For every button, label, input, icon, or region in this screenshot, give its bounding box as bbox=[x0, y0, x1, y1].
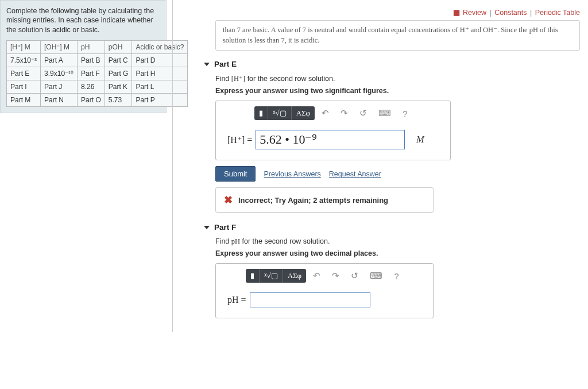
chevron-down-icon bbox=[204, 226, 210, 229]
greek-icon[interactable]: ΑΣφ bbox=[292, 106, 315, 120]
col-ph: pH bbox=[78, 40, 105, 53]
greek-icon[interactable]: ΑΣφ bbox=[283, 269, 306, 283]
sqrt-icon[interactable]: ᵡ√▢ bbox=[268, 106, 292, 120]
reset-icon[interactable]: ↺ bbox=[355, 106, 372, 121]
col-h: [H⁺] M bbox=[7, 40, 41, 53]
redo-icon[interactable]: ↷ bbox=[327, 268, 344, 283]
table-row: 7.5x10⁻³Part APart BPart CPart D bbox=[7, 53, 188, 67]
periodic-link[interactable]: Periodic Table bbox=[535, 9, 580, 17]
part-f-instruction: Express your answer using two decimal pl… bbox=[215, 249, 580, 257]
keyboard-icon[interactable]: ⌨ bbox=[365, 268, 387, 283]
part-e-title: Part E bbox=[214, 60, 237, 68]
undo-icon[interactable]: ↶ bbox=[308, 268, 325, 283]
review-link[interactable]: Review bbox=[463, 9, 486, 17]
redo-icon[interactable]: ↷ bbox=[336, 106, 353, 121]
part-e-header[interactable]: Part E bbox=[204, 60, 580, 68]
top-links: ▮▮ Review | Constants | Periodic Table bbox=[181, 0, 580, 20]
table-row: Part MPart NPart O5.73Part P bbox=[7, 93, 188, 106]
previous-answers-link[interactable]: Previous Answers bbox=[264, 170, 320, 178]
feedback-text: Incorrect; Try Again; 2 attempts remaini… bbox=[238, 196, 388, 205]
col-oh: [OH⁻] M bbox=[41, 40, 78, 53]
hint-box: than 7 are basic. A value of 7 is neutra… bbox=[215, 20, 580, 51]
help-icon[interactable]: ? bbox=[398, 106, 412, 121]
table-row: Part E3.9x10⁻¹⁰Part FPart GPart H bbox=[7, 67, 188, 80]
part-f-title: Part F bbox=[214, 223, 236, 232]
part-e-prompt: Find [H⁺] for the second row solution. bbox=[215, 74, 580, 83]
keyboard-icon[interactable]: ⌨ bbox=[374, 106, 396, 121]
submit-button-e[interactable]: Submit bbox=[215, 166, 256, 182]
unit-e: M bbox=[416, 134, 424, 145]
answer-widget-f: ▮ ᵡ√▢ ΑΣφ ↶ ↷ ↺ ⌨ ? pH = bbox=[215, 263, 434, 318]
answer-input-e[interactable] bbox=[256, 130, 405, 149]
undo-icon[interactable]: ↶ bbox=[317, 106, 334, 121]
instruction-text: Complete the following table by calculat… bbox=[6, 6, 160, 34]
part-f-header[interactable]: Part F bbox=[204, 223, 580, 232]
help-icon[interactable]: ? bbox=[389, 269, 403, 283]
chevron-down-icon bbox=[204, 63, 210, 66]
col-poh: pOH bbox=[105, 40, 132, 53]
feedback-box: ✖ Incorrect; Try Again; 2 attempts remai… bbox=[215, 187, 434, 213]
templates-icon[interactable]: ▮ bbox=[246, 269, 260, 283]
reset-icon[interactable]: ↺ bbox=[346, 268, 363, 283]
request-answer-link[interactable]: Request Answer bbox=[329, 170, 381, 178]
part-f-prompt: Find pH for the second row solution. bbox=[215, 237, 580, 246]
answer-widget-e: ▮ ᵡ√▢ ΑΣφ ↶ ↷ ↺ ⌨ ? [H⁺] = M bbox=[215, 101, 451, 160]
constants-link[interactable]: Constants bbox=[494, 9, 527, 17]
templates-icon[interactable]: ▮ bbox=[254, 106, 268, 120]
sqrt-icon[interactable]: ᵡ√▢ bbox=[260, 269, 283, 283]
incorrect-icon: ✖ bbox=[224, 194, 233, 206]
review-icon: ▮▮ bbox=[453, 9, 459, 17]
answer-label-e: [H⁺] = bbox=[227, 134, 252, 145]
answer-input-f[interactable] bbox=[250, 292, 370, 307]
answer-label-f: pH = bbox=[227, 295, 246, 305]
part-e-instruction: Express your answer using two significan… bbox=[215, 87, 580, 95]
table-row: Part IPart J8.26Part KPart L bbox=[7, 80, 188, 93]
data-table: [H⁺] M [OH⁻] M pH pOH Acidic or basic? 7… bbox=[6, 40, 188, 107]
